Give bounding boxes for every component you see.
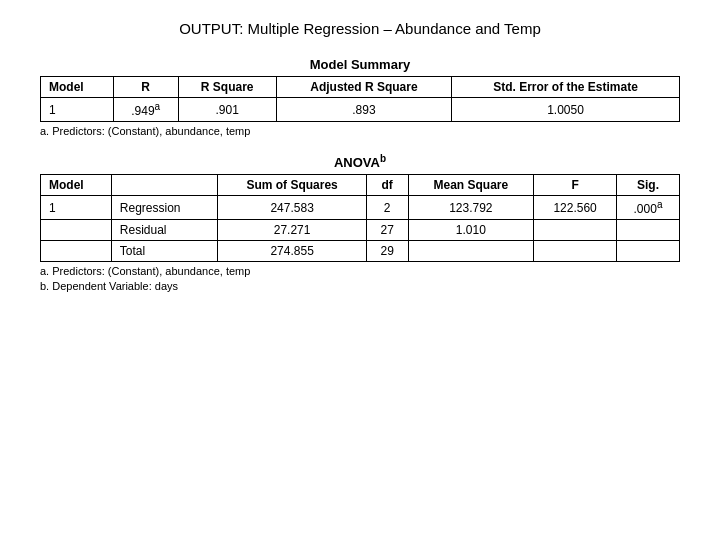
anova-table: Model Sum of Squares df Mean Square F Si… [40,174,680,262]
col-header-model: Model [41,77,114,98]
anova-cell-df-tot: 29 [366,241,408,262]
anova-cell-df-reg: 2 [366,196,408,220]
anova-col-ms: Mean Square [408,175,534,196]
anova-col-type [111,175,218,196]
table-row: Total 274.855 29 [41,241,680,262]
anova-cell-total: Total [111,241,218,262]
anova-cell-ms-res: 1.010 [408,220,534,241]
anova-col-df: df [366,175,408,196]
cell-std-error: 1.0050 [452,98,680,122]
anova-cell-sig-tot [616,241,679,262]
anova-cell-f: 122.560 [534,196,617,220]
anova-cell-ms-tot [408,241,534,262]
col-header-r: R [113,77,178,98]
anova-cell-sig: .000a [616,196,679,220]
model-summary-section: Model Summary Model R R Square Adjusted … [40,57,680,137]
table-row: 1 Regression 247.583 2 123.792 122.560 .… [41,196,680,220]
page-title: OUTPUT: Multiple Regression – Abundance … [179,20,541,37]
cell-adj-rsquare: .893 [276,98,451,122]
anova-cell-residual: Residual [111,220,218,241]
anova-col-sig: Sig. [616,175,679,196]
anova-cell-f-tot [534,241,617,262]
model-summary-footnote: a. Predictors: (Constant), abundance, te… [40,125,680,137]
cell-model: 1 [41,98,114,122]
anova-cell-model: 1 [41,196,112,220]
anova-section: ANOVAb Model Sum of Squares df Mean Squa… [40,153,680,292]
col-header-adj-rsquare: Adjusted R Square [276,77,451,98]
cell-r: .949a [113,98,178,122]
cell-rsquare: .901 [178,98,276,122]
anova-cell-model2 [41,220,112,241]
anova-footnote-b: b. Dependent Variable: days [40,280,680,292]
anova-cell-sig-res [616,220,679,241]
anova-cell-ms-reg: 123.792 [408,196,534,220]
anova-cell-f-res [534,220,617,241]
anova-cell-ss-tot: 274.855 [218,241,367,262]
model-summary-title: Model Summary [40,57,680,72]
col-header-rsquare: R Square [178,77,276,98]
anova-col-model: Model [41,175,112,196]
anova-cell-ss-res: 27.271 [218,220,367,241]
anova-cell-regression: Regression [111,196,218,220]
anova-col-ss: Sum of Squares [218,175,367,196]
anova-cell-model3 [41,241,112,262]
anova-col-f: F [534,175,617,196]
anova-title: ANOVAb [40,153,680,170]
model-summary-table: Model R R Square Adjusted R Square Std. … [40,76,680,122]
table-row: Residual 27.271 27 1.010 [41,220,680,241]
table-row: 1 .949a .901 .893 1.0050 [41,98,680,122]
anova-cell-df-res: 27 [366,220,408,241]
col-header-std-error: Std. Error of the Estimate [452,77,680,98]
anova-footnote-a: a. Predictors: (Constant), abundance, te… [40,265,680,277]
anova-cell-ss-reg: 247.583 [218,196,367,220]
